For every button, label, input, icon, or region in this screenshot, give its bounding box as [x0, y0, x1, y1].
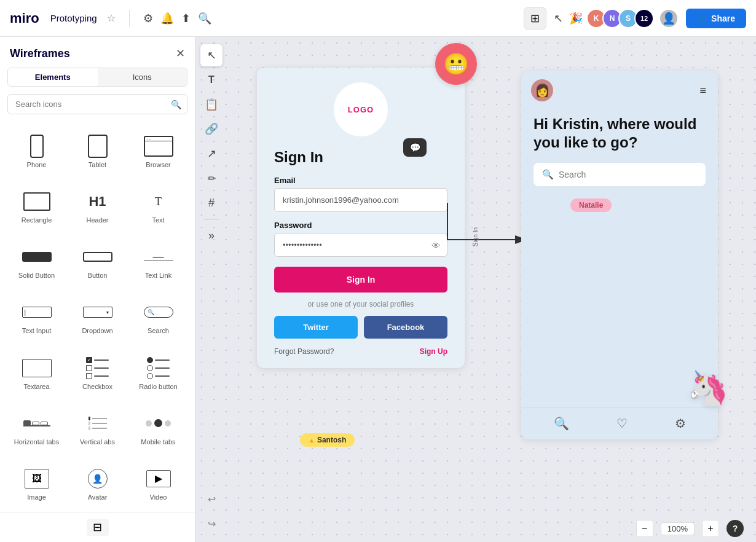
forgot-row: Forgot Password? Sign Up	[274, 347, 447, 356]
twitter-button[interactable]: Twitter	[274, 316, 358, 339]
redo-button[interactable]: ↪	[200, 513, 222, 535]
zoom-in-button[interactable]: +	[702, 520, 719, 537]
rf-header: 👩 ≡	[521, 71, 718, 110]
sidebar: Wireframes ✕ Elements Icons 🔍 Phone Tabl…	[0, 37, 195, 542]
bell-icon[interactable]: 🔔	[160, 12, 174, 25]
element-text[interactable]: T Text	[129, 179, 187, 232]
more-tools[interactable]: »	[200, 224, 222, 246]
sidebar-panel-toggle[interactable]: ⊟	[87, 519, 109, 536]
element-horizontal-tabs[interactable]: Horizontal tabs	[7, 401, 66, 454]
email-label: Email	[274, 176, 447, 185]
natalie-badge: Natalie	[570, 198, 612, 212]
connector-tool[interactable]: 🔗	[200, 118, 222, 140]
tab-elements[interactable]: Elements	[8, 68, 98, 86]
element-video[interactable]: ▶ Video	[129, 457, 187, 509]
element-text-input[interactable]: Text Input	[7, 290, 66, 343]
rf-footer-heart-icon[interactable]: ♡	[616, 416, 628, 431]
tab-icons[interactable]: Icons	[98, 68, 187, 86]
rf-footer: 🔍 ♡ ⚙	[521, 407, 718, 439]
element-avatar[interactable]: 👤 Avatar	[68, 457, 127, 509]
zoom-out-button[interactable]: −	[636, 520, 653, 537]
avatars-group: K N S 12 👤	[590, 9, 679, 28]
element-vertical-tabs[interactable]: Vertical abs	[68, 401, 127, 454]
sidebar-header: Wireframes ✕	[0, 37, 195, 68]
undo-button[interactable]: ↩	[200, 488, 222, 510]
rf-search-bar: 🔍	[534, 163, 706, 186]
signin-vertical-label: Sign In	[472, 227, 479, 246]
frame-tool[interactable]: #	[200, 192, 222, 214]
password-label: Password	[274, 221, 447, 230]
password-field-wrap: 👁	[274, 233, 447, 257]
main-layout: Wireframes ✕ Elements Icons 🔍 Phone Tabl…	[0, 37, 756, 542]
close-icon[interactable]: ✕	[176, 47, 185, 60]
avatar-count: 12	[634, 9, 654, 28]
santosh-badge: ▲ Santosh	[300, 433, 355, 447]
element-radio-button[interactable]: Radio button	[129, 346, 187, 399]
rf-footer-search-icon[interactable]: 🔍	[554, 416, 569, 431]
chat-bubble: 💬	[403, 138, 427, 157]
signin-button[interactable]: Sign In	[274, 267, 447, 293]
emoji-avatar: 😬	[435, 43, 477, 85]
search-input[interactable]	[7, 94, 187, 114]
social-buttons: Twitter Facebook	[274, 316, 447, 339]
grid-apps-button[interactable]: ⊞	[524, 7, 546, 29]
element-textarea[interactable]: Textarea	[7, 346, 66, 399]
cursor-tool[interactable]: ↖	[200, 44, 222, 66]
search-icon[interactable]: 🔍	[198, 12, 211, 25]
forgot-password-link[interactable]: Forgot Password?	[274, 347, 334, 356]
left-toolbar: ↖ T 📋 🔗 ↗ ✏ # » ↩ ↪	[195, 37, 227, 542]
settings-icon[interactable]: ⚙	[143, 12, 153, 25]
element-image[interactable]: Image	[7, 457, 66, 509]
element-button[interactable]: Button	[68, 235, 127, 288]
share-icon: 👤	[697, 14, 707, 23]
logo-circle: LOGO	[334, 82, 388, 136]
confetti-icon[interactable]: 🎉	[569, 12, 583, 25]
share-button[interactable]: 👤 Share	[686, 9, 746, 28]
text-tool[interactable]: T	[200, 69, 222, 91]
eye-icon[interactable]: 👁	[431, 240, 441, 250]
sidebar-tabs: Elements Icons	[7, 68, 187, 87]
bottom-bar: − 100% + ?	[624, 515, 756, 542]
zoom-level[interactable]: 100%	[661, 522, 695, 535]
element-solid-button[interactable]: Solid Button	[7, 235, 66, 288]
element-mobile-tabs[interactable]: Mobile tabs	[129, 401, 187, 454]
help-button[interactable]: ?	[726, 520, 744, 537]
sidebar-title: Wireframes	[10, 47, 70, 60]
logo: miro	[10, 10, 39, 26]
element-checkbox[interactable]: Checkbox	[68, 346, 127, 399]
facebook-button[interactable]: Facebook	[364, 316, 447, 339]
rf-footer-settings-icon[interactable]: ⚙	[675, 416, 686, 431]
rf-menu-icon[interactable]: ≡	[699, 84, 708, 97]
elements-grid: Phone Tablet Browser Rectangle H1 Header	[0, 122, 195, 512]
cursor-tool-icon[interactable]: ↖	[554, 12, 563, 25]
element-phone[interactable]: Phone	[7, 124, 66, 177]
star-icon[interactable]: ☆	[107, 12, 116, 24]
element-dropdown[interactable]: Dropdown	[68, 290, 127, 343]
element-rectangle[interactable]: Rectangle	[7, 179, 66, 232]
rf-search-input[interactable]	[559, 170, 697, 179]
rf-greeting: Hi Kristin, where would you like to go?	[534, 115, 706, 152]
signup-link[interactable]: Sign Up	[420, 347, 447, 356]
password-field[interactable]	[274, 233, 447, 257]
upload-icon[interactable]: ⬆	[181, 12, 191, 25]
project-name: Prototyping	[50, 13, 97, 23]
element-search[interactable]: Search	[129, 290, 187, 343]
rf-avatar-img: 👩	[531, 79, 553, 101]
element-tablet[interactable]: Tablet	[68, 124, 127, 177]
canvas: ↖ T 📋 🔗 ↗ ✏ # » ↩ ↪ 😬 LOGO Sign In Email…	[195, 37, 756, 542]
element-header[interactable]: H1 Header	[68, 179, 127, 232]
search-bar: 🔍	[7, 94, 187, 114]
arrow-tool[interactable]: ↗	[200, 143, 222, 165]
sidebar-bottom: ⊟	[0, 512, 195, 542]
sticky-note-tool[interactable]: 📋	[200, 93, 222, 116]
social-divider: or use one of your social profiles	[274, 300, 447, 308]
toolbar-icons: ↖ 🎉	[554, 12, 583, 25]
signin-frame: LOGO Sign In Email Password 👁 Sign In or…	[257, 68, 465, 368]
avatar-solo: 👤	[659, 9, 679, 28]
email-field[interactable]	[274, 188, 447, 212]
element-browser[interactable]: Browser	[129, 124, 187, 177]
pen-tool[interactable]: ✏	[200, 167, 222, 189]
element-text-link[interactable]: Text Link	[129, 235, 187, 288]
search-icon[interactable]: 🔍	[171, 100, 181, 109]
rf-body: Hi Kristin, where would you like to go? …	[521, 110, 718, 407]
